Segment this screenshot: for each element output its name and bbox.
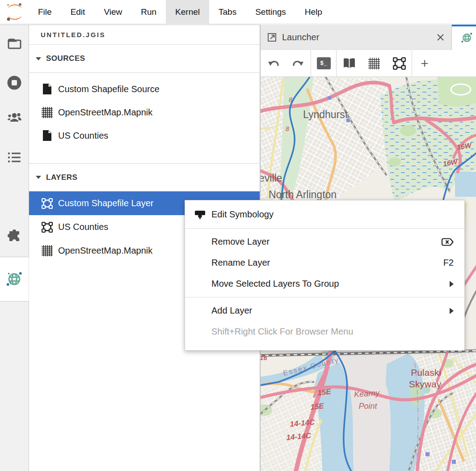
menu-settings[interactable]: Settings: [246, 0, 295, 24]
table-of-contents-icon[interactable]: [6, 149, 23, 166]
menu-item-label: Move Selected Layers To Group: [211, 279, 427, 289]
map-route-16: 16: [261, 354, 267, 361]
source-item-us-counties[interactable]: US Counties: [29, 124, 260, 147]
paint-brush-icon: [194, 208, 211, 221]
map-label-north-arlington: North Arlington: [269, 189, 337, 200]
vector-polygon-icon: [40, 222, 54, 233]
sources-list: Custom Shapefile Source OpenStreetMap.Ma…: [29, 73, 260, 147]
map-route-15e: 15E: [310, 402, 324, 412]
submenu-arrow-icon: [427, 281, 454, 287]
tab-jgis-map[interactable]: [452, 25, 476, 51]
menu-item-remove-layer[interactable]: Remove Layer: [185, 231, 464, 252]
source-item-custom-shapefile[interactable]: Custom Shapefile Source: [29, 77, 260, 101]
book-icon: [342, 57, 356, 69]
menu-view[interactable]: View: [94, 0, 131, 24]
redo-button[interactable]: [286, 50, 311, 77]
undo-button[interactable]: [261, 50, 286, 77]
map-lock-number: 8: [289, 96, 292, 103]
menu-item-label: Remove Layer: [211, 237, 427, 247]
delete-tag-icon: [427, 237, 454, 247]
source-item-label: OpenStreetMap.Mapnik: [58, 107, 152, 118]
layers-section-header[interactable]: LAYERS: [29, 163, 260, 191]
menu-item-move-layers-to-group[interactable]: Move Selected Layers To Group: [185, 273, 464, 294]
map-label-lyndhurst: Lyndhurst: [303, 109, 348, 120]
menu-item-rename-layer[interactable]: Rename Layer F2: [185, 252, 464, 273]
sources-section-header[interactable]: SOURCES: [29, 45, 260, 73]
menu-edit[interactable]: Edit: [61, 0, 95, 24]
left-sidebar: [0, 25, 29, 257]
menu-item-edit-symbology[interactable]: Edit Symbology: [185, 203, 464, 225]
layer-context-menu: Edit Symbology Remove Layer Rename Layer…: [185, 200, 465, 351]
active-tab-accent: [452, 25, 476, 26]
map-route-15e: 15E: [317, 387, 332, 397]
map-label-kearny: Kearny: [354, 388, 380, 399]
menu-file[interactable]: File: [29, 0, 61, 24]
users-icon[interactable]: [6, 109, 23, 126]
external-link-icon: [267, 32, 277, 42]
folder-icon[interactable]: [6, 35, 23, 52]
running-kernels-stop-icon[interactable]: [6, 74, 23, 91]
menubar-items: File Edit View Run Kernel Tabs Settings …: [29, 0, 332, 24]
new-vector-layer-button[interactable]: [387, 50, 412, 77]
dock-tab-bar: Launcher: [261, 25, 476, 50]
sources-section-label: SOURCES: [46, 54, 85, 63]
jupytergis-globe-icon[interactable]: [6, 271, 23, 288]
extension-puzzle-icon[interactable]: [6, 227, 23, 244]
file-icon: [40, 83, 54, 95]
add-button[interactable]: +: [412, 50, 437, 77]
layer-item-label: Custom Shapefile Layer: [58, 198, 153, 208]
menu-separator: [185, 228, 464, 229]
layer-item-label: OpenStreetMap.Mapnik: [58, 246, 152, 256]
menu-item-label: Add Layer: [211, 306, 427, 316]
new-raster-layer-button[interactable]: [362, 50, 387, 77]
raster-grid-icon: [40, 245, 54, 257]
vector-polygon-icon: [393, 57, 406, 70]
source-item-label: Custom Shapefile Source: [58, 84, 160, 94]
map-label-point: Point: [358, 402, 377, 411]
menu-help[interactable]: Help: [295, 0, 332, 24]
raster-grid-icon: [40, 106, 54, 119]
tab-launcher-label: Launcher: [282, 32, 436, 42]
chevron-down-icon: [36, 57, 41, 60]
layer-item-label: US Counties: [58, 222, 108, 232]
main-menubar: File Edit View Run Kernel Tabs Settings …: [0, 0, 476, 24]
menu-shortcut: F2: [427, 258, 454, 268]
menu-kernel[interactable]: Kernel: [166, 0, 209, 24]
globe-icon: [461, 32, 473, 44]
panel-title: UNTITLED.JGIS: [29, 25, 260, 45]
jupyter-logo-icon: [4, 2, 24, 22]
source-item-label: US Counties: [58, 131, 108, 141]
vector-polygon-icon: [40, 198, 54, 209]
map-label-pulaski: Pulaski: [411, 367, 441, 378]
tab-launcher[interactable]: Launcher: [261, 25, 452, 50]
terminal-button[interactable]: $_: [311, 50, 336, 77]
raster-grid-icon: [368, 57, 380, 70]
menu-item-add-layer[interactable]: Add Layer: [185, 300, 464, 321]
chevron-down-icon: [36, 176, 41, 179]
jgis-toolbar: $_ +: [261, 50, 476, 77]
close-icon[interactable]: [436, 33, 445, 42]
menu-tabs[interactable]: Tabs: [209, 0, 246, 24]
submenu-arrow-icon: [427, 308, 454, 314]
terminal-icon: $_: [317, 57, 331, 69]
left-sidebar-lower: [0, 301, 29, 471]
file-icon: [40, 130, 54, 141]
documentation-button[interactable]: [337, 50, 362, 77]
map-label-skyway: Skyway: [409, 379, 442, 389]
menu-item-label: Rename Layer: [211, 258, 427, 268]
menu-item-label: Shift+Right Click For Browser Menu: [211, 327, 454, 337]
menu-run[interactable]: Run: [131, 0, 166, 24]
menu-item-browser-menu-hint: Shift+Right Click For Browser Menu: [185, 321, 464, 342]
source-item-osm-mapnik[interactable]: OpenStreetMap.Mapnik: [29, 101, 260, 124]
plus-icon: +: [421, 57, 429, 70]
menu-separator: [185, 297, 464, 297]
menu-item-label: Edit Symbology: [211, 209, 454, 220]
map-label-eville: eville: [261, 172, 282, 184]
map-lock-number: 8: [286, 125, 289, 132]
layers-section-label: LAYERS: [46, 173, 77, 182]
